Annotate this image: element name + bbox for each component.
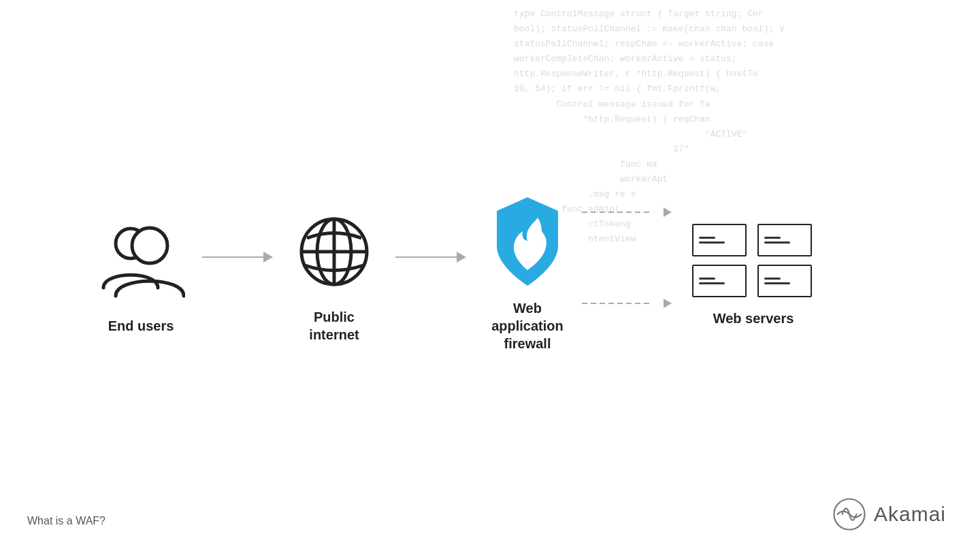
- diagram-container: End users Public internet: [93, 199, 815, 352]
- server-line-3b: [699, 282, 725, 284]
- end-users-node: End users: [93, 216, 189, 335]
- waf-label: Web application firewall: [480, 299, 575, 352]
- server-line-2b: [764, 241, 790, 244]
- arrow-head-1: [263, 252, 273, 263]
- server-line-4a: [764, 278, 781, 280]
- end-users-icon: [93, 216, 189, 305]
- server-block-2: [757, 224, 812, 256]
- akamai-logo: Akamai: [832, 497, 946, 532]
- server-block-4: [757, 265, 812, 297]
- arrow-line-2: [395, 256, 457, 258]
- waf-icon: [480, 199, 575, 287]
- server-line-1a: [699, 237, 715, 239]
- dashed-connector-section: [575, 207, 679, 308]
- server-line-4b: [764, 282, 790, 284]
- dashed-arrow-lower: [664, 299, 672, 308]
- public-internet-icon: [287, 207, 382, 296]
- server-block-3: [692, 265, 747, 297]
- arrow-line-1: [202, 256, 263, 258]
- server-blocks-grid: [692, 224, 815, 297]
- server-line-3a: [699, 278, 715, 280]
- web-servers-label: Web servers: [713, 310, 794, 327]
- svg-point-1: [132, 228, 167, 263]
- public-internet-label: Public internet: [309, 308, 359, 344]
- end-users-label: End users: [108, 317, 174, 335]
- waf-node: Web application firewall: [480, 199, 575, 352]
- dashed-lower-row: [582, 299, 672, 308]
- bottom-label: What is a WAF?: [27, 515, 105, 527]
- arrow-2: [382, 252, 480, 263]
- web-servers-node: Web servers: [692, 224, 815, 327]
- dashed-upper-row: [582, 207, 672, 217]
- arrow-1: [189, 252, 287, 263]
- dashed-arrow-upper: [664, 207, 672, 217]
- server-line-2a: [764, 237, 781, 239]
- arrow-head-2: [457, 252, 466, 263]
- akamai-icon: [832, 497, 867, 532]
- akamai-text: Akamai: [874, 503, 946, 526]
- server-line-1b: [699, 241, 725, 244]
- public-internet-node: Public internet: [287, 207, 382, 344]
- server-block-1: [692, 224, 747, 256]
